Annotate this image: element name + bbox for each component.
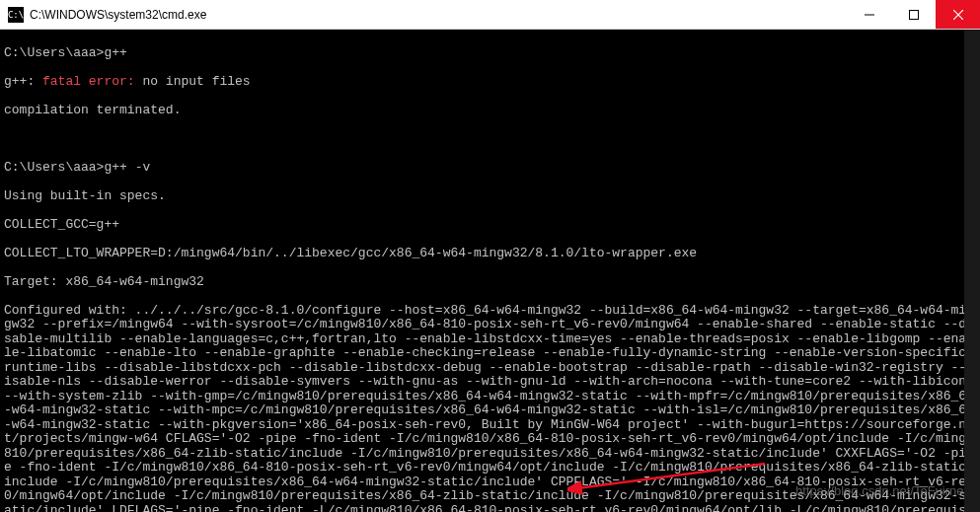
minimize-icon [865,10,874,20]
out-configured: Configured with: ../../../src/gcc-8.1.0/… [4,304,976,513]
maximize-icon [909,10,919,20]
prompt-1: C:\Users\aaa> [4,45,104,60]
fatal-error-label: fatal error: [42,74,135,89]
out-collect-lto: COLLECT_LTO_WRAPPER=D:/mingw64/bin/../li… [4,247,976,261]
prompt-line-2: C:\Users\aaa>g++ -v [4,161,976,176]
terminal-body[interactable]: C:\Users\aaa>g++ g++: fatal error: no in… [0,30,980,512]
svg-rect-1 [909,10,918,19]
error-line-2: compilation terminated. [4,104,976,118]
command-2: g++ -v [104,160,150,175]
cmd-icon-label: C:\ [8,10,24,20]
watermark: https://blog.csdn.net/TeFuirnev [795,484,970,499]
cmd-window: C:\ C:\WINDOWS\system32\cmd.exe C:\Users… [0,0,980,512]
cmd-icon: C:\ [8,7,24,23]
prompt-line-1: C:\Users\aaa>g++ [4,46,976,61]
minimize-button[interactable] [847,0,891,29]
error-prefix: g++: [4,74,42,89]
window-title: C:\WINDOWS\system32\cmd.exe [30,8,847,22]
window-controls [847,0,980,29]
error-message: no input files [135,74,251,89]
out-collect-gcc: COLLECT_GCC=g++ [4,218,976,233]
out-using-specs: Using built-in specs. [4,189,976,204]
blank-line [4,132,976,147]
titlebar[interactable]: C:\ C:\WINDOWS\system32\cmd.exe [0,0,980,30]
close-icon [953,10,963,20]
out-target: Target: x86_64-w64-mingw32 [4,275,976,290]
prompt-2: C:\Users\aaa> [4,160,104,175]
close-button[interactable] [936,0,980,29]
vertical-scrollbar[interactable] [964,30,980,512]
command-1: g++ [104,45,126,60]
maximize-button[interactable] [891,0,936,29]
error-line-1: g++: fatal error: no input files [4,75,976,90]
